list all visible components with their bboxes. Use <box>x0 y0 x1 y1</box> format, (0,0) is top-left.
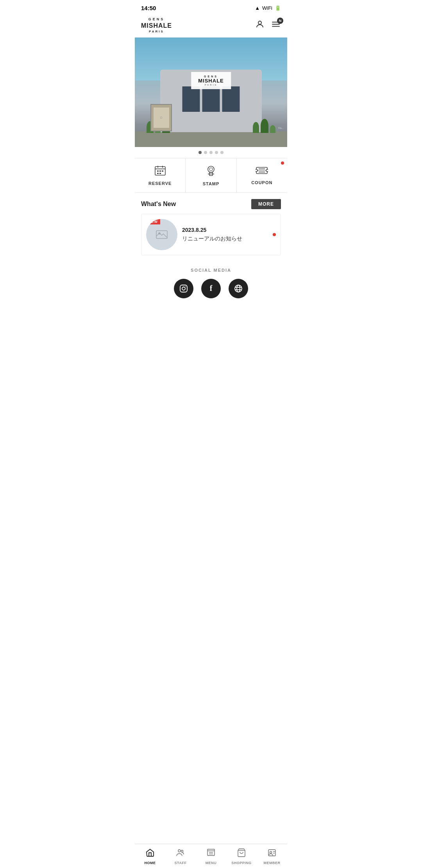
section-title: What's New <box>141 201 176 208</box>
news-thumbnail: NEW <box>146 219 177 250</box>
svg-point-27 <box>186 286 186 287</box>
social-media-section: SOCIAL MEDIA f <box>135 258 287 306</box>
news-date: 2023.8.25 <box>182 227 268 233</box>
coupon-button[interactable]: COUPON <box>237 158 287 192</box>
hero-image: GENS MISHALE PARIS □ Ya... <box>135 38 287 147</box>
carousel-dots <box>135 147 287 158</box>
stamp-label: STAMP <box>203 181 220 186</box>
logo-line2: MISHALE <box>141 22 172 30</box>
stamp-button[interactable]: STAMP <box>186 158 236 192</box>
news-card[interactable]: NEW 2023.8.25 リニューアルのお知らせ <box>141 214 281 255</box>
news-title: リニューアルのお知らせ <box>182 235 268 242</box>
more-button[interactable]: MORE <box>251 199 281 209</box>
logo: GENS MISHALE PARIS <box>141 17 172 34</box>
logo-line3: PARIS <box>141 30 172 34</box>
svg-point-0 <box>258 21 261 24</box>
header: GENS MISHALE PARIS N <box>135 14 287 38</box>
dot-1[interactable] <box>198 151 202 154</box>
facebook-icon: f <box>210 284 213 293</box>
reserve-button[interactable]: RESERVE <box>135 158 186 192</box>
social-media-title: SOCIAL MEDIA <box>141 268 281 273</box>
news-content: 2023.8.25 リニューアルのお知らせ <box>182 227 268 242</box>
svg-point-26 <box>182 287 185 290</box>
hero-banner[interactable]: GENS MISHALE PARIS □ Ya... <box>135 38 287 147</box>
header-icons: N <box>255 19 281 32</box>
svg-point-15 <box>209 168 213 171</box>
notification-badge: N <box>277 18 283 24</box>
new-badge: NEW <box>146 219 160 224</box>
svg-point-24 <box>159 233 160 234</box>
svg-rect-10 <box>162 170 163 172</box>
svg-point-29 <box>237 285 240 292</box>
brand-logo: GENS MISHALE PARIS <box>141 17 172 34</box>
signal-icon: ▲ <box>255 5 260 11</box>
section-header: What's New MORE <box>141 199 281 209</box>
dot-4[interactable] <box>215 151 218 154</box>
status-bar: 14:50 ▲ WiFi 🔋 <box>135 0 287 14</box>
coupon-notification-dot <box>281 161 284 165</box>
svg-point-19 <box>266 169 268 172</box>
instagram-button[interactable] <box>174 279 193 298</box>
svg-point-28 <box>235 285 242 292</box>
stamp-icon <box>206 165 216 179</box>
status-icons: ▲ WiFi 🔋 <box>255 5 281 11</box>
menu-button[interactable]: N <box>271 19 281 32</box>
dot-3[interactable] <box>209 151 213 154</box>
dot-5[interactable] <box>220 151 224 154</box>
status-time: 14:50 <box>141 5 156 11</box>
svg-point-18 <box>256 169 257 172</box>
reserve-icon <box>154 165 166 179</box>
svg-rect-12 <box>159 173 161 174</box>
svg-rect-9 <box>159 170 161 172</box>
logo-line1: GENS <box>141 17 172 22</box>
whats-new-section: What's New MORE NEW 2023.8.25 リニューアルのお知ら… <box>135 193 287 258</box>
svg-rect-11 <box>157 173 159 174</box>
svg-rect-8 <box>157 170 159 172</box>
quick-actions: RESERVE STAMP COUPON <box>135 158 287 193</box>
reserve-label: RESERVE <box>148 181 172 186</box>
social-icons: f <box>141 279 281 298</box>
coupon-label: COUPON <box>251 180 272 185</box>
dot-2[interactable] <box>204 151 207 154</box>
svg-point-13 <box>208 166 214 172</box>
news-notification-dot <box>273 233 276 236</box>
wifi-icon: WiFi <box>262 5 272 11</box>
facebook-button[interactable]: f <box>201 279 221 298</box>
profile-button[interactable] <box>255 20 265 31</box>
coupon-icon <box>256 166 268 178</box>
website-button[interactable] <box>229 279 248 298</box>
battery-icon: 🔋 <box>275 5 281 11</box>
svg-rect-25 <box>180 285 187 292</box>
